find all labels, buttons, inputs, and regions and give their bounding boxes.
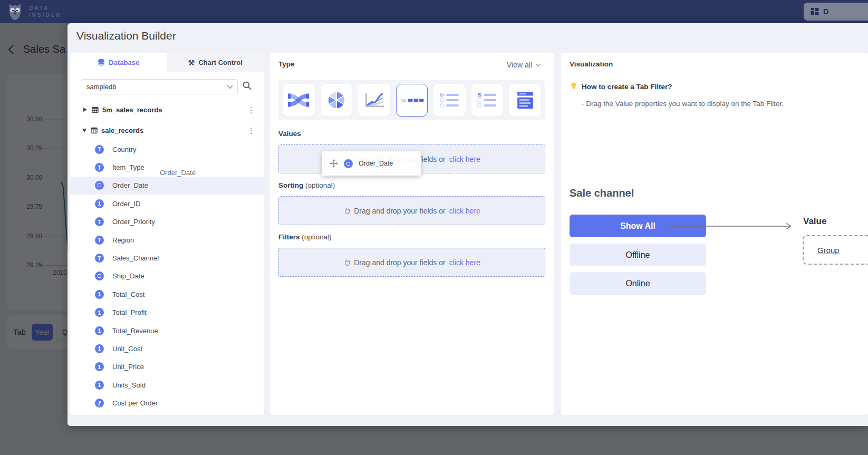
number-type-icon: 1 (95, 326, 104, 335)
field-item-total-revenue[interactable]: 1Total_Revenue (70, 322, 264, 340)
field-item-total-profit[interactable]: 1Total_Profit (70, 304, 264, 322)
drag-chip-order-date[interactable]: Order_Date (322, 151, 421, 176)
preview-widget-title: Sale channel (570, 187, 634, 199)
tab-database[interactable]: Database (70, 53, 167, 72)
field-item-unit-price[interactable]: 1Unit_Price (70, 358, 264, 376)
function-type-icon: ƒ (95, 399, 104, 408)
drag-hand-icon (343, 258, 350, 266)
field-item-item-type[interactable]: TItem_Type (70, 158, 264, 176)
field-label: Unit_Cost (112, 345, 142, 353)
text-type-icon: T (95, 163, 104, 172)
visualization-header: Visualization (570, 60, 613, 68)
field-item-cost-per-order[interactable]: ƒCost per Order (70, 394, 264, 412)
number-type-icon: 1 (95, 362, 104, 371)
field-item-country[interactable]: TCountry (70, 140, 264, 158)
annotation-group-box: Group (803, 235, 868, 265)
field-label: Sales_Channel (112, 254, 159, 262)
table-menu-icon[interactable]: ⋮ (247, 127, 255, 134)
chart-type-dropdown-filter[interactable] (509, 84, 541, 117)
brand-name: DATA INSIDER (29, 5, 62, 18)
field-item-sales-channel[interactable]: TSales_Channel (70, 249, 264, 267)
caret-right-icon[interactable] (83, 108, 87, 112)
field-item-units-sold[interactable]: 1Units_Sold (70, 376, 264, 394)
table-item-sale-records[interactable]: sale_records ⋮ (70, 123, 264, 138)
pie-chart-icon (326, 90, 346, 110)
field-item-order-date[interactable]: Order_Date (70, 177, 264, 195)
tab-database-label: Database (109, 59, 139, 66)
field-item-order-id[interactable]: 1Order_ID (70, 195, 264, 212)
values-section-label: Values (278, 130, 301, 138)
chart-type-tab-filter[interactable]: Tab (396, 84, 428, 117)
table-name: 5m_sales_records (102, 106, 162, 114)
field-item-total-cost[interactable]: 1Total_Cost (70, 285, 264, 303)
sorting-section-label: Sorting (optional) (278, 181, 335, 189)
annotation-arrow (667, 220, 797, 231)
field-label: Units_Sold (112, 381, 146, 389)
field-item-order-priority[interactable]: TOrder_Priority (70, 213, 264, 231)
field-item-unit-cost[interactable]: 1Unit_Cost (70, 340, 264, 357)
field-label: Ship_Date (112, 272, 144, 280)
filters-dropzone[interactable]: Drag and drop your fields or click here (278, 248, 545, 277)
visualization-builder-modal: Visualization Builder Database ⚒ Chart C… (67, 23, 868, 426)
field-label: Unit_Price (112, 363, 144, 371)
field-label: Total_Cost (112, 291, 144, 298)
field-item-ship-date[interactable]: Ship_Date (70, 267, 264, 285)
dropdown-filter-icon (516, 91, 535, 110)
line-chart-icon (363, 91, 385, 110)
field-label: Order_Date (112, 181, 148, 189)
chart-type-single-choice-filter[interactable] (433, 84, 466, 117)
caret-down-icon[interactable] (82, 129, 86, 132)
svg-text:Tab: Tab (401, 99, 407, 102)
single-choice-filter-icon (439, 92, 460, 108)
group-link[interactable]: Group (817, 246, 840, 255)
number-type-icon: 1 (95, 308, 104, 317)
modal-title: Visualization Builder (76, 30, 176, 42)
tab-chart-control[interactable]: ⚒ Chart Control (167, 53, 264, 72)
dropzone-text: Drag and drop your fields or (354, 258, 446, 267)
number-type-icon: 1 (95, 381, 104, 390)
sankey-chart-icon (286, 91, 311, 110)
field-label: Order_Priority (112, 218, 155, 226)
table-menu-icon[interactable]: ⋮ (247, 106, 255, 114)
table-item-5m-sales-records[interactable]: 5m_sales_records ⋮ (70, 102, 264, 117)
date-type-icon (95, 181, 104, 190)
number-type-icon: 1 (95, 199, 104, 208)
field-item-region[interactable]: TRegion (70, 231, 264, 249)
table-name: sale_records (101, 127, 143, 134)
table-icon (91, 127, 98, 134)
dashboard-icon (810, 7, 819, 16)
text-type-icon: T (95, 145, 104, 154)
tab-filter-icon: Tab (400, 93, 424, 107)
chart-type-multi-choice-filter[interactable] (471, 84, 504, 117)
chart-type-sankey-chart[interactable] (283, 84, 315, 117)
tab-chart-control-label: Chart Control (198, 59, 243, 66)
multi-choice-filter-icon (477, 92, 498, 108)
chart-type-strip: Tab (278, 80, 545, 120)
search-icon[interactable] (242, 81, 252, 91)
chart-type-line-chart[interactable] (358, 84, 390, 117)
number-type-icon: 1 (95, 344, 104, 353)
database-select (81, 79, 238, 94)
date-type-icon (95, 272, 104, 280)
filters-section-label: Filters (optional) (278, 233, 332, 241)
view-all-button[interactable]: View all (507, 61, 541, 69)
text-type-icon: T (95, 254, 104, 263)
click-here-link[interactable]: click here (449, 207, 480, 215)
preview-option-offline[interactable]: Offline (570, 244, 706, 266)
text-type-icon: T (95, 217, 104, 226)
field-list: TCountryTItem_TypeOrder_Date1Order_IDTOr… (70, 140, 264, 412)
chevron-down-icon[interactable] (227, 85, 233, 89)
brand: DATA INSIDER (6, 2, 62, 21)
sorting-dropzone[interactable]: Drag and drop your fields or click here (278, 196, 545, 225)
click-here-link[interactable]: click here (449, 155, 480, 163)
click-here-link[interactable]: click here (449, 258, 480, 267)
database-select-input[interactable] (81, 79, 238, 94)
drag-chip-label: Order_Date (359, 160, 393, 167)
annotation-value-label: Value (803, 216, 826, 227)
preview-option-online[interactable]: Online (570, 272, 706, 295)
chart-type-pie-chart[interactable] (321, 84, 353, 117)
builder-panel: Type View all Tab Values Drag and drop y… (270, 53, 554, 415)
type-section-label: Type (278, 60, 295, 68)
top-navbar: DATA INSIDER D (0, 0, 868, 23)
dashboard-button[interactable]: D (804, 3, 868, 21)
